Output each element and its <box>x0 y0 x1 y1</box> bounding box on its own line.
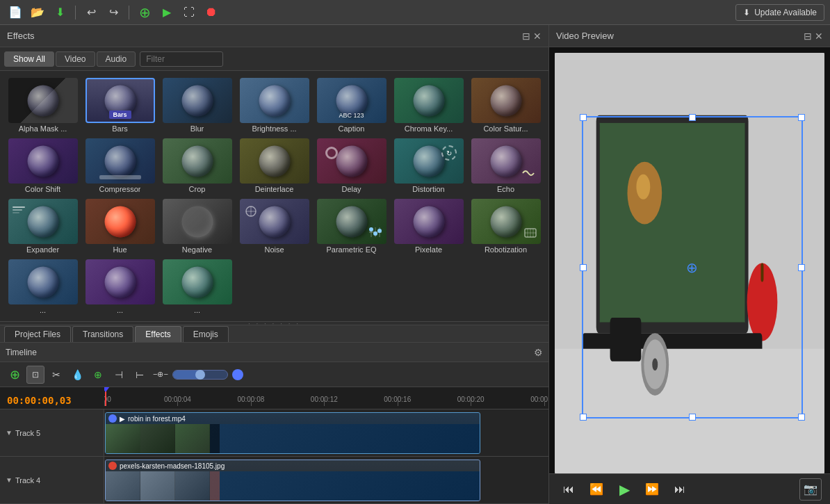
effect-brightness[interactable]: Brightness ... <box>237 76 311 134</box>
svg-point-9 <box>377 229 382 233</box>
tab-project-files[interactable]: Project Files <box>4 326 71 342</box>
effect-color-sat[interactable]: Color Satur... <box>469 76 543 134</box>
effect-caption[interactable]: ABC 123 Caption <box>314 76 389 134</box>
effect-robotization[interactable]: Robotization <box>469 197 543 255</box>
fullscreen-button[interactable]: ⛶ <box>179 3 199 22</box>
preview-close-button[interactable]: ✕ <box>815 31 823 42</box>
effect-color-shift[interactable]: Color Shift <box>6 137 80 195</box>
effect-negative-label: Negative <box>182 245 212 254</box>
tab-audio[interactable]: Audio <box>97 51 136 67</box>
open-file-button[interactable]: 📂 <box>28 3 47 22</box>
track-4-clip-header: pexels-karsten-madsen-18105.jpg <box>106 460 480 471</box>
tab-effects[interactable]: Effects <box>135 326 181 342</box>
playhead[interactable] <box>105 387 106 406</box>
track-4-expand-icon[interactable]: ▼ <box>6 476 13 484</box>
tl-add-track-button[interactable]: ⊕ <box>6 366 24 384</box>
preview-controls: ⏮ ⏪ ▶ ⏩ ⏭ 📷 <box>549 473 830 504</box>
skip-to-end-button[interactable]: ⏭ <box>669 478 691 501</box>
filter-input[interactable] <box>140 51 223 67</box>
track-4-label: ▼ Track 4 <box>0 457 104 503</box>
effect-row4-1[interactable]: ... <box>6 258 80 316</box>
tab-emojis[interactable]: Emojis <box>183 326 229 342</box>
track-5-clip[interactable]: ▶ robin in forest.mp4 <box>105 412 480 454</box>
effect-delay[interactable]: Delay <box>314 137 389 195</box>
tl-zoom-out-button[interactable]: −⊕− <box>152 366 170 384</box>
effect-crop[interactable]: Crop <box>160 137 234 195</box>
effect-noise[interactable]: Noise <box>237 197 311 255</box>
effect-row4-3[interactable]: ... <box>160 258 234 316</box>
effect-negative[interactable]: Negative <box>160 197 234 255</box>
tl-cut-button[interactable]: ✂ <box>47 366 65 384</box>
effect-compressor[interactable]: Compressor <box>83 137 157 195</box>
effects-close-button[interactable]: ✕ <box>533 31 542 42</box>
tab-transitions[interactable]: Transitions <box>72 326 133 342</box>
effects-grid-container[interactable]: Alpha Mask ... Bars Bars Blur <box>0 71 548 321</box>
tl-add-marker-button[interactable]: ⊕ <box>89 366 107 384</box>
track-5-content[interactable]: ▶ robin in forest.mp4 <box>104 409 548 456</box>
zoom-bar[interactable] <box>172 370 228 380</box>
effect-row4-2[interactable]: ... <box>83 258 157 316</box>
effect-expander[interactable]: Expander <box>6 197 80 255</box>
play-button[interactable]: ▶ <box>157 3 177 22</box>
effect-blur[interactable]: Blur <box>160 76 234 134</box>
preview-scene: ⊕ <box>555 53 824 473</box>
crop-overlay[interactable]: ⊕ <box>582 116 803 419</box>
zoom-handle[interactable] <box>195 370 205 380</box>
effect-deinterlace[interactable]: Deinterlace <box>237 137 311 195</box>
effect-chroma-key[interactable]: Chroma Key... <box>391 76 466 134</box>
screenshot-button[interactable]: 📷 <box>799 478 822 501</box>
timeline: Timeline ⚙ ⊕ ⊡ ✂ 💧 ⊕ ⊣ ⊢ −⊕− <box>0 343 548 504</box>
svg-point-7 <box>369 227 373 231</box>
effect-hue[interactable]: Hue <box>83 197 157 255</box>
effect-bars[interactable]: Bars Bars <box>83 76 157 134</box>
crop-handle-bm[interactable] <box>689 414 696 421</box>
new-file-button[interactable]: 📄 <box>6 3 25 22</box>
effect-echo-label: Echo <box>497 185 514 193</box>
crop-handle-tl[interactable] <box>580 114 587 121</box>
effect-distortion[interactable]: ↻ Distortion <box>391 137 466 195</box>
download-button[interactable]: ⬇ <box>50 3 70 22</box>
record-button[interactable]: ⏺ <box>202 3 221 22</box>
fast-forward-button[interactable]: ⏩ <box>641 478 663 501</box>
skip-to-start-button[interactable]: ⏮ <box>558 478 580 501</box>
effect-blur-label: Blur <box>190 124 204 133</box>
ruler-line-16 <box>398 400 398 406</box>
crop-handle-tm[interactable] <box>689 114 696 121</box>
track-5-expand-icon[interactable]: ▼ <box>6 429 13 437</box>
undo-button[interactable]: ↩ <box>81 3 101 22</box>
tl-align-right-button[interactable]: ⊢ <box>131 366 149 384</box>
track-5-clip-name: robin in forest.mp4 <box>128 415 186 423</box>
ruler-line-4 <box>177 400 178 406</box>
effects-minimize-button[interactable]: ⊟ <box>522 31 530 42</box>
track-4-content[interactable]: pexels-karsten-madsen-18105.jpg <box>104 457 548 503</box>
tl-snap-button[interactable]: ⊡ <box>26 366 44 384</box>
right-panel: Video Preview ⊟ ✕ <box>549 25 830 504</box>
effect-echo[interactable]: Echo <box>469 137 543 195</box>
crop-handle-tr[interactable] <box>798 114 805 121</box>
effect-parametric-eq[interactable]: Parametric EQ <box>314 197 389 255</box>
crop-handle-ml[interactable] <box>580 264 587 271</box>
crop-handle-mr[interactable] <box>798 264 805 271</box>
update-available-button[interactable]: ⬇ Update Available <box>735 4 824 21</box>
timeline-settings-button[interactable]: ⚙ <box>534 347 543 358</box>
tl-align-left-button[interactable]: ⊣ <box>110 366 128 384</box>
rewind-button[interactable]: ⏪ <box>585 478 608 501</box>
effect-caption-label: Caption <box>339 124 365 133</box>
add-button[interactable]: ⊕ <box>135 3 154 22</box>
preview-minimize-button[interactable]: ⊟ <box>804 31 812 42</box>
crop-handle-bl[interactable] <box>580 414 587 421</box>
ruler-marks[interactable]: 0:00 00:00:04 00:00:08 00:00:12 00:00:16… <box>104 387 548 406</box>
update-label: Update Available <box>754 8 817 17</box>
track-4-clip[interactable]: pexels-karsten-madsen-18105.jpg <box>105 460 480 501</box>
crop-handle-br[interactable] <box>798 414 805 421</box>
redo-button[interactable]: ↪ <box>104 3 123 22</box>
effect-pixelate[interactable]: Pixelate <box>391 197 466 255</box>
play-pause-button[interactable]: ▶ <box>613 478 635 501</box>
playhead-color-dot <box>232 369 243 380</box>
tl-color-button[interactable]: 💧 <box>68 366 86 384</box>
preview-container: ⊕ <box>549 47 830 473</box>
tab-show-all[interactable]: Show All <box>4 51 54 67</box>
tab-video[interactable]: Video <box>56 51 95 67</box>
effect-bars-label: Bars <box>112 124 128 133</box>
effect-alpha-mask[interactable]: Alpha Mask ... <box>6 76 80 134</box>
